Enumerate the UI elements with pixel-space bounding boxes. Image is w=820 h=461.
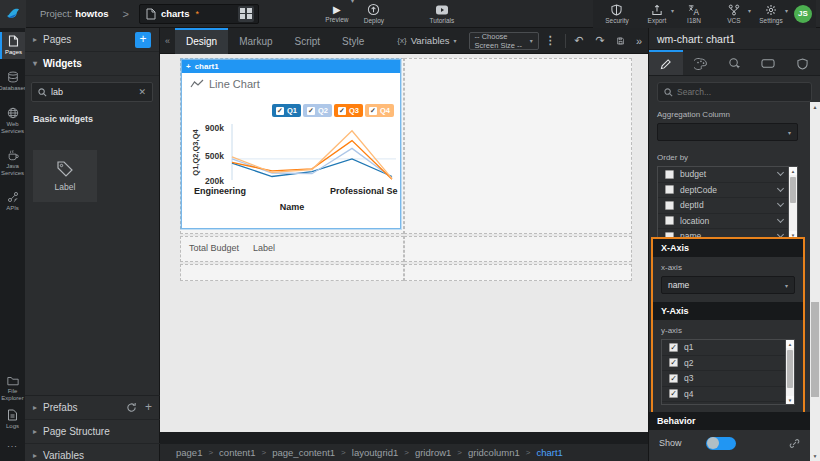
scroll-up-icon[interactable]: ▲ <box>810 102 820 112</box>
checkbox-checked[interactable]: ✓ <box>669 358 678 367</box>
refresh-icon[interactable] <box>126 402 137 413</box>
add-prefab-icon[interactable]: + <box>145 402 152 413</box>
page-switcher-icon[interactable] <box>238 6 254 22</box>
variables-accordion[interactable]: ▸ Variables <box>25 444 160 461</box>
show-toggle[interactable] <box>706 437 736 450</box>
tutorials-button[interactable]: Tutorials <box>422 3 462 24</box>
tab-script[interactable]: Script <box>284 28 332 54</box>
sidebar-item-logs[interactable]: Logs <box>0 406 25 433</box>
legend-item-q3[interactable]: ✓Q3 <box>334 104 363 117</box>
scroll-down-icon[interactable]: ▼ <box>810 451 820 461</box>
pages-accordion[interactable]: ▸ Pages + <box>25 28 159 52</box>
grid-cell[interactable]: Total Budget Label <box>180 236 404 262</box>
clear-search-icon[interactable]: ✕ <box>138 87 146 97</box>
i18n-button[interactable]: A I18N <box>674 4 714 24</box>
tab-styles[interactable] <box>683 50 717 75</box>
scroll-up-icon[interactable]: ▲ <box>786 340 794 348</box>
y-axis-scrollbar[interactable]: ▲ ▼ <box>785 340 794 404</box>
y-axis-row-q3[interactable]: ✓q3 <box>662 371 794 387</box>
variables-menu[interactable]: {x} Variables ▾ <box>397 35 456 46</box>
sidebar-item-apis[interactable]: APIs <box>0 188 25 215</box>
page-structure-accordion[interactable]: ▸ Page Structure <box>25 420 160 444</box>
checkbox-unchecked[interactable] <box>665 170 674 179</box>
sidebar-item-pages[interactable]: Pages <box>0 32 25 59</box>
tab-style[interactable]: Style <box>331 28 375 54</box>
sidebar-item-file-explorer[interactable]: File Explorer <box>0 372 25 404</box>
checkbox-unchecked[interactable] <box>665 216 674 225</box>
undo-icon[interactable]: ↶ <box>568 34 589 47</box>
tab-properties[interactable] <box>649 50 683 75</box>
sidebar-item-databases[interactable]: Databases <box>0 68 25 95</box>
y-axis-row-q4[interactable]: ✓q4 <box>662 387 794 403</box>
kebab-menu-icon[interactable]: ⋮ <box>539 34 562 47</box>
x-axis-select[interactable]: name ▾ <box>661 276 795 294</box>
order-by-row-location[interactable]: location <box>658 214 797 230</box>
page-tab-charts[interactable]: charts * <box>139 4 259 24</box>
breadcrumb-item[interactable]: layoutgrid1 <box>352 447 398 458</box>
panel-scrollbar[interactable]: ▲ ▼ <box>810 102 820 461</box>
prefabs-accordion[interactable]: ▸ Prefabs + <box>25 396 160 420</box>
design-canvas[interactable]: Total Budget Label + chart1 Line Chart <box>160 54 648 432</box>
save-icon[interactable] <box>611 35 630 47</box>
breadcrumb-item[interactable]: page_content1 <box>272 447 335 458</box>
order-by-row-deptcode[interactable]: deptCode <box>658 183 797 199</box>
breadcrumb-item-current[interactable]: chart1 <box>536 447 562 458</box>
order-by-row-deptid[interactable]: deptId <box>658 198 797 214</box>
aggregation-column-select[interactable]: ▾ <box>657 123 798 141</box>
widget-search-input[interactable]: lab ✕ <box>31 82 153 102</box>
user-avatar[interactable]: JS <box>794 5 812 23</box>
chart-widget-header[interactable]: + chart1 <box>182 60 400 73</box>
properties-search-input[interactable] <box>677 87 787 97</box>
legend-item-q4[interactable]: ✓Q4 <box>365 104 394 117</box>
tab-security[interactable] <box>785 50 819 75</box>
settings-dropdown-caret[interactable]: ▾ <box>785 7 788 14</box>
y-axis-row-q1[interactable]: ✓q1 <box>662 340 794 356</box>
grid-cell[interactable] <box>404 58 632 234</box>
breadcrumb-item[interactable]: gridcolumn1 <box>468 447 520 458</box>
tab-devices[interactable] <box>751 50 785 75</box>
tab-events[interactable] <box>717 50 751 75</box>
widgets-accordion[interactable]: ▾ Widgets <box>25 52 159 76</box>
breadcrumb-item[interactable]: page1 <box>176 447 202 458</box>
checkbox-unchecked[interactable] <box>665 201 674 210</box>
checkbox-checked[interactable]: ✓ <box>669 374 678 383</box>
sidebar-item-web-services[interactable]: Web Services <box>0 104 25 137</box>
wavemaker-logo[interactable] <box>0 0 26 28</box>
chevron-down-icon[interactable] <box>777 169 784 176</box>
checkbox-unchecked[interactable] <box>665 185 674 194</box>
deploy-button[interactable]: Deploy <box>354 3 394 24</box>
order-by-row-budget[interactable]: budget <box>658 167 797 183</box>
properties-search[interactable] <box>657 82 812 102</box>
chart-widget[interactable]: + chart1 Line Chart ✓Q1 ✓Q2 ✓Q3 ✓Q4 900k… <box>181 59 401 229</box>
grid-cell[interactable] <box>404 236 632 262</box>
total-budget-label[interactable]: Total Budget <box>189 243 239 253</box>
chevron-down-icon[interactable] <box>777 200 784 207</box>
redo-icon[interactable]: ↷ <box>590 34 611 47</box>
label-widget-on-canvas[interactable]: Label <box>253 243 275 253</box>
tab-design[interactable]: Design <box>175 28 228 54</box>
chevron-down-icon[interactable] <box>777 216 784 223</box>
breadcrumb-item[interactable]: gridrow1 <box>415 447 451 458</box>
scroll-down-icon[interactable]: ▼ <box>786 396 794 404</box>
scroll-up-icon[interactable]: ▲ <box>789 167 797 175</box>
breadcrumb-item[interactable]: content1 <box>219 447 255 458</box>
sidebar-item-java-services[interactable]: Java Services <box>0 146 25 179</box>
legend-item-q1[interactable]: ✓Q1 <box>272 104 301 117</box>
tab-markup[interactable]: Markup <box>228 28 283 54</box>
bind-link-icon[interactable] <box>789 438 800 449</box>
label-widget-tile[interactable]: Label <box>33 150 97 202</box>
sidebar-more-button[interactable]: ... <box>0 436 25 452</box>
grid-cell[interactable] <box>404 264 632 281</box>
add-page-button[interactable]: + <box>135 32 151 48</box>
grid-cell[interactable] <box>180 264 404 281</box>
y-axis-row-q2[interactable]: ✓q2 <box>662 356 794 372</box>
security-button[interactable]: Security <box>597 4 637 24</box>
checkbox-checked[interactable]: ✓ <box>669 343 678 352</box>
order-by-scrollbar[interactable]: ▲ ▼ <box>788 167 797 239</box>
screen-size-select[interactable]: -- Choose Screen Size -- ▾ <box>469 32 539 50</box>
checkbox-checked[interactable]: ✓ <box>669 389 678 398</box>
legend-item-q2[interactable]: ✓Q2 <box>303 104 332 117</box>
collapse-left-panel-icon[interactable]: « <box>160 36 175 46</box>
collapse-right-panel-icon[interactable]: » <box>630 35 648 47</box>
chevron-down-icon[interactable] <box>777 185 784 192</box>
